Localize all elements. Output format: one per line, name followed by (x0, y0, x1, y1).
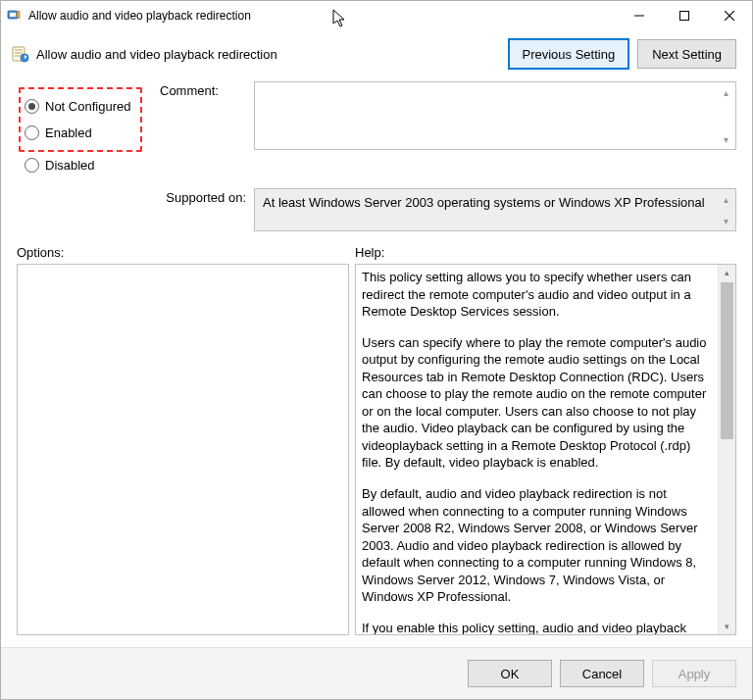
help-paragraph: Users can specify where to play the remo… (362, 334, 712, 472)
scroll-up-icon[interactable]: ▴ (718, 191, 733, 207)
dialog-button-bar: OK Cancel Apply (1, 647, 752, 699)
next-setting-button[interactable]: Next Setting (637, 39, 736, 69)
scroll-thumb[interactable] (721, 282, 733, 439)
help-paragraph: By default, audio and video playback red… (362, 485, 712, 606)
app-icon (7, 8, 23, 24)
help-paragraph: This policy setting allows you to specif… (362, 269, 712, 321)
panel-labels: Options: Help: (1, 231, 752, 264)
svg-line-4 (725, 11, 734, 21)
scroll-down-icon[interactable]: ▾ (718, 131, 733, 147)
close-button[interactable] (707, 1, 752, 30)
ok-button[interactable]: OK (468, 660, 552, 687)
radio-icon (25, 158, 39, 173)
highlight-box: Not Configured Enabled (19, 87, 142, 152)
help-text: This policy setting allows you to specif… (356, 265, 718, 634)
minimize-button[interactable] (617, 1, 662, 30)
titlebar: Allow audio and video playback redirecti… (1, 1, 752, 30)
options-label: Options: (17, 245, 355, 260)
radio-label: Disabled (45, 158, 95, 173)
cancel-button[interactable]: Cancel (560, 660, 644, 687)
comment-label: Comment: (160, 81, 248, 98)
apply-button[interactable]: Apply (652, 660, 736, 687)
radio-icon (25, 99, 39, 114)
header-row: Allow audio and video playback redirecti… (1, 30, 752, 70)
help-label: Help: (355, 245, 384, 260)
supported-on-label: Supported on: (160, 188, 248, 205)
scroll-up-icon[interactable]: ▴ (718, 84, 733, 100)
comment-textarea[interactable]: ▴ ▾ (254, 81, 736, 150)
scroll-down-icon[interactable]: ▾ (718, 213, 733, 228)
svg-rect-3 (680, 12, 689, 21)
dialog-window: Allow audio and video playback redirecti… (0, 0, 753, 700)
policy-title: Allow audio and video playback redirecti… (36, 47, 277, 62)
svg-rect-1 (10, 13, 16, 17)
window-title: Allow audio and video playback redirecti… (28, 9, 251, 23)
radio-icon (25, 125, 39, 140)
previous-setting-button[interactable]: Previous Setting (508, 38, 630, 70)
supported-on-text: At least Windows Server 2003 operating s… (263, 195, 705, 210)
options-panel (17, 264, 349, 635)
scroll-up-icon[interactable]: ▴ (719, 265, 735, 280)
radio-label: Enabled (45, 125, 92, 140)
radio-enabled[interactable]: Enabled (25, 125, 130, 140)
help-panel: This policy setting allows you to specif… (355, 264, 736, 635)
help-paragraph: If you enable this policy setting, audio… (362, 620, 712, 634)
help-scrollbar[interactable]: ▴ ▾ (718, 265, 735, 634)
radio-not-configured[interactable]: Not Configured (25, 99, 130, 114)
policy-icon (11, 44, 30, 64)
state-radio-group: Not Configured Enabled Disabled (17, 81, 154, 182)
radio-disabled[interactable]: Disabled (25, 158, 148, 173)
radio-label: Not Configured (45, 99, 130, 114)
supported-on-value: At least Windows Server 2003 operating s… (254, 188, 736, 231)
settings-section: Not Configured Enabled Disabled Comment:… (1, 70, 752, 231)
scroll-down-icon[interactable]: ▾ (719, 619, 735, 634)
svg-line-5 (725, 11, 734, 21)
maximize-button[interactable] (662, 1, 707, 30)
